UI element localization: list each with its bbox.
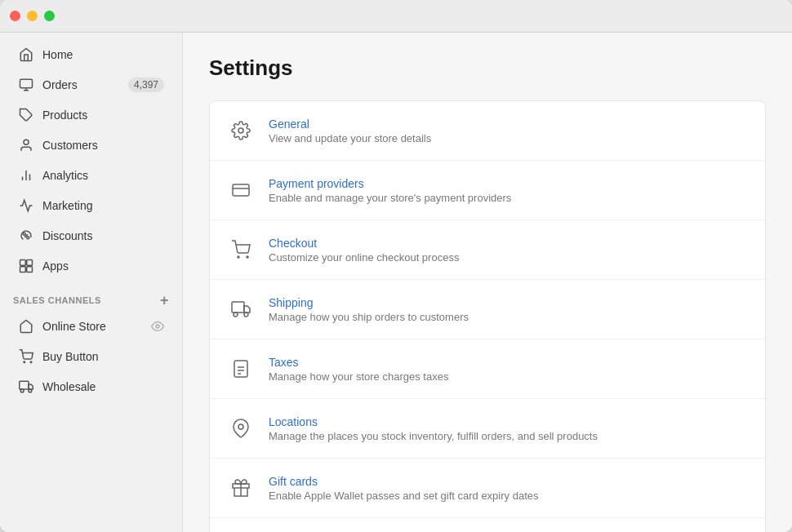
settings-row-shipping[interactable]: Shipping Manage how you ship orders to c… xyxy=(210,280,765,339)
maximize-button[interactable] xyxy=(44,11,55,21)
settings-row-payment[interactable]: Payment providers Enable and manage your… xyxy=(210,161,765,220)
products-icon xyxy=(18,107,34,123)
svg-point-16 xyxy=(24,361,25,363)
settings-title-checkout: Checkout xyxy=(269,237,749,250)
svg-point-19 xyxy=(20,389,24,392)
minimize-button[interactable] xyxy=(27,11,38,21)
svg-point-20 xyxy=(29,389,32,392)
settings-row-notifications[interactable]: Notifications Manage notifications sent … xyxy=(210,518,765,532)
svg-rect-0 xyxy=(20,79,33,88)
location-icon xyxy=(226,414,256,443)
gear-icon xyxy=(226,116,256,145)
svg-point-27 xyxy=(234,313,238,317)
orders-badge: 4,397 xyxy=(128,78,164,92)
svg-rect-13 xyxy=(20,267,26,273)
sidebar-label-home: Home xyxy=(42,48,164,61)
svg-point-8 xyxy=(23,233,25,235)
settings-text-gift-cards: Gift cards Enable Apple Wallet passes an… xyxy=(269,475,749,502)
settings-desc-taxes: Manage how your store charges taxes xyxy=(269,370,749,383)
wholesale-icon xyxy=(18,379,34,395)
settings-text-shipping: Shipping Manage how you ship orders to c… xyxy=(269,296,749,323)
sidebar-label-marketing: Marketing xyxy=(42,199,164,212)
settings-row-locations[interactable]: Locations Manage the places you stock in… xyxy=(210,399,765,459)
sidebar-item-orders[interactable]: Orders 4,397 xyxy=(5,70,177,100)
payment-icon xyxy=(226,175,256,205)
settings-text-taxes: Taxes Manage how your store charges taxe… xyxy=(269,356,749,383)
sidebar-label-buy-button: Buy Button xyxy=(42,350,164,363)
sidebar-label-orders: Orders xyxy=(42,78,120,91)
svg-point-21 xyxy=(238,128,243,133)
apps-icon xyxy=(18,258,34,274)
sidebar-item-analytics[interactable]: Analytics xyxy=(5,161,177,190)
main-content: Settings General View and update your st… xyxy=(183,33,792,532)
sidebar-item-products[interactable]: Products xyxy=(5,100,177,130)
svg-point-9 xyxy=(27,237,29,239)
svg-rect-26 xyxy=(232,302,244,313)
settings-desc-general: View and update your store details xyxy=(269,132,749,144)
svg-rect-11 xyxy=(20,260,26,266)
titlebar xyxy=(0,0,792,33)
sidebar-label-discounts: Discounts xyxy=(42,229,164,242)
sidebar-item-home[interactable]: Home xyxy=(5,40,177,69)
svg-point-25 xyxy=(247,256,248,258)
settings-title-general: General xyxy=(269,117,749,131)
settings-row-taxes[interactable]: Taxes Manage how your store charges taxe… xyxy=(210,339,765,399)
settings-title-locations: Locations xyxy=(269,415,749,428)
settings-desc-gift-cards: Enable Apple Wallet passes and set gift … xyxy=(269,490,749,502)
app-window: Home Orders 4,397 xyxy=(0,0,792,532)
analytics-icon xyxy=(18,167,34,184)
marketing-icon xyxy=(18,197,34,214)
settings-row-general[interactable]: General View and update your store detai… xyxy=(210,101,765,161)
add-sales-channel-button[interactable]: + xyxy=(160,293,169,308)
sidebar-label-customers: Customers xyxy=(42,139,164,152)
sidebar-item-apps[interactable]: Apps xyxy=(5,251,177,281)
svg-point-28 xyxy=(244,313,248,317)
svg-rect-18 xyxy=(20,381,29,389)
sidebar-item-customers[interactable]: Customers xyxy=(5,131,177,160)
close-button[interactable] xyxy=(10,11,20,21)
home-icon xyxy=(18,47,34,63)
sidebar-label-online-store: Online Store xyxy=(42,320,143,333)
sidebar-label-products: Products xyxy=(42,109,164,122)
sales-channels-section-label: SALES CHANNELS + xyxy=(0,282,182,311)
buy-button-icon xyxy=(18,348,34,365)
settings-title-gift-cards: Gift cards xyxy=(269,475,749,488)
sidebar-item-buy-button[interactable]: Buy Button xyxy=(5,342,177,371)
svg-point-24 xyxy=(238,256,239,258)
settings-text-locations: Locations Manage the places you stock in… xyxy=(269,415,749,442)
settings-title-payment: Payment providers xyxy=(269,177,749,190)
settings-desc-locations: Manage the places you stock inventory, f… xyxy=(269,430,749,442)
svg-rect-14 xyxy=(27,267,33,273)
settings-text-payment: Payment providers Enable and manage your… xyxy=(269,177,749,204)
svg-point-4 xyxy=(24,140,29,144)
gift-icon xyxy=(226,473,256,503)
eye-icon[interactable] xyxy=(151,320,164,333)
settings-text-checkout: Checkout Customize your online checkout … xyxy=(269,237,749,264)
sidebar: Home Orders 4,397 xyxy=(0,33,183,532)
taxes-icon xyxy=(226,354,256,383)
sidebar-item-wholesale[interactable]: Wholesale xyxy=(5,372,177,401)
customers-icon xyxy=(18,137,34,153)
settings-row-checkout[interactable]: Checkout Customize your online checkout … xyxy=(210,220,765,280)
sidebar-item-discounts[interactable]: Discounts xyxy=(5,221,177,250)
settings-desc-payment: Enable and manage your store's payment p… xyxy=(269,192,749,204)
settings-title-shipping: Shipping xyxy=(269,296,749,309)
settings-row-gift-cards[interactable]: Gift cards Enable Apple Wallet passes an… xyxy=(210,459,765,518)
app-body: Home Orders 4,397 xyxy=(0,33,792,532)
sidebar-item-online-store[interactable]: Online Store xyxy=(5,312,177,341)
settings-title-taxes: Taxes xyxy=(269,356,749,369)
settings-desc-checkout: Customize your online checkout process xyxy=(269,251,749,264)
orders-icon xyxy=(18,77,34,93)
svg-rect-12 xyxy=(27,260,33,266)
sidebar-item-marketing[interactable]: Marketing xyxy=(5,191,177,220)
svg-rect-22 xyxy=(233,184,249,196)
shipping-icon xyxy=(226,295,256,324)
sidebar-label-wholesale: Wholesale xyxy=(42,380,164,393)
settings-card: General View and update your store detai… xyxy=(209,100,766,532)
online-store-icon xyxy=(18,318,34,335)
svg-point-15 xyxy=(156,325,159,328)
discounts-icon xyxy=(18,228,34,244)
sidebar-label-apps: Apps xyxy=(42,259,164,273)
settings-desc-shipping: Manage how you ship orders to customers xyxy=(269,311,749,323)
checkout-icon xyxy=(226,235,256,264)
